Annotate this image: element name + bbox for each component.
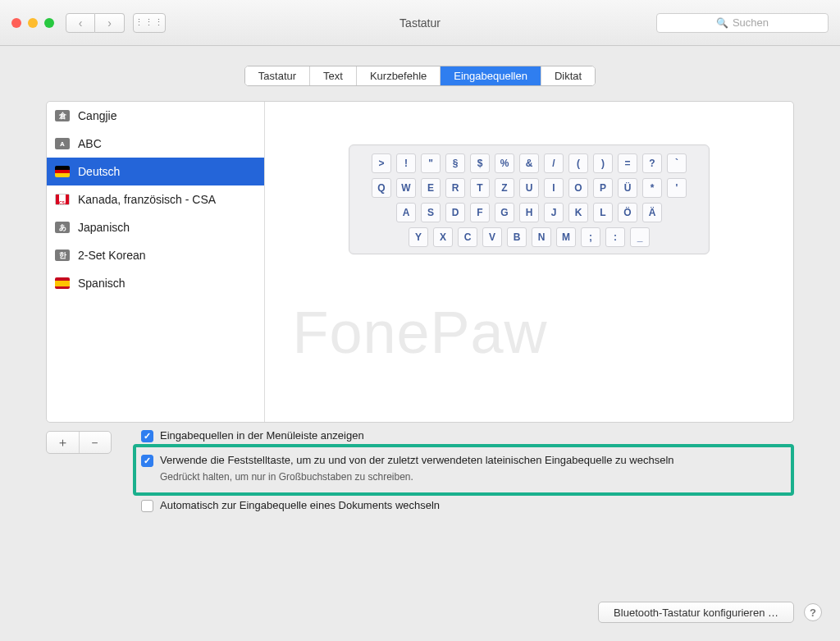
keyboard-key: R <box>445 178 465 198</box>
show-all-button[interactable]: ⋮⋮⋮ <box>133 13 166 33</box>
keyboard-key: I <box>544 178 564 198</box>
checkbox-menubar[interactable]: ✓ <box>141 430 153 442</box>
add-source-button[interactable]: ＋ <box>47 432 80 453</box>
keyboard-key: K <box>568 203 588 222</box>
source-label: Japanisch <box>78 221 130 234</box>
input-source-item[interactable]: Deutsch <box>47 158 264 185</box>
search-placeholder: Suchen <box>733 16 769 29</box>
add-remove-segment: ＋ － <box>46 431 112 454</box>
option-capslock[interactable]: ✓ Verwende die Feststelltaste, um zu und… <box>141 451 783 486</box>
help-icon: ? <box>810 607 816 619</box>
input-source-item[interactable]: CSAKanada, französisch - CSA <box>47 185 264 213</box>
input-source-item[interactable]: AABC <box>47 130 264 158</box>
input-source-item[interactable]: 倉Cangjie <box>47 102 264 130</box>
tab-tastatur[interactable]: Tastatur <box>245 66 310 85</box>
close-window-button[interactable] <box>11 18 21 28</box>
keyboard-key: : <box>605 227 625 247</box>
checkbox-autoswitch[interactable] <box>141 500 153 512</box>
zoom-window-button[interactable] <box>44 18 54 28</box>
keyboard-key: Q <box>372 178 391 198</box>
source-flag-icon <box>55 166 70 177</box>
input-source-item[interactable]: あJapanisch <box>47 213 264 241</box>
keyboard-key: D <box>445 203 465 222</box>
keyboard-key: Ö <box>618 203 637 222</box>
keyboard-key: Y <box>409 227 428 247</box>
forward-button[interactable]: › <box>95 13 125 33</box>
keyboard-key: M <box>556 227 576 247</box>
source-label: Cangjie <box>78 109 116 122</box>
toolbar: ‹ › ⋮⋮⋮ Tastatur 🔍 Suchen <box>0 0 840 46</box>
keyboard-key: ) <box>593 153 613 173</box>
keyboard-key: L <box>593 203 613 222</box>
keyboard-key: ' <box>667 178 687 198</box>
keyboard-key: V <box>482 227 502 247</box>
option-autoswitch-label: Automatisch zur Eingabequelle eines Doku… <box>160 499 440 511</box>
source-label: Spanisch <box>78 277 126 290</box>
tab-text[interactable]: Text <box>310 66 357 85</box>
lower-controls: ＋ － ✓ Eingabequellen in der Menüleiste a… <box>46 426 794 515</box>
keyboard-key: > <box>372 153 391 173</box>
input-source-list[interactable]: 倉CangjieAABCDeutschCSAKanada, französisc… <box>47 102 265 422</box>
bluetooth-config-button[interactable]: Bluetooth-Tastatur konfigurieren … <box>598 602 794 623</box>
keyboard-key: Ä <box>642 203 662 222</box>
option-menubar-label: Eingabequellen in der Menüleiste anzeige… <box>160 429 364 442</box>
plus-icon: ＋ <box>57 435 69 451</box>
keyboard-key: B <box>507 227 527 247</box>
keyboard-key: J <box>544 203 564 222</box>
keyboard-key: ` <box>667 153 687 173</box>
keyboard-key: O <box>568 178 588 198</box>
search-input[interactable]: 🔍 Suchen <box>656 13 829 33</box>
option-capslock-hint: Gedrückt halten, um nur in Großbuchstabe… <box>160 471 674 483</box>
remove-source-button[interactable]: － <box>80 432 112 453</box>
tab-eingabequellen[interactable]: Eingabequellen <box>441 66 541 85</box>
keyboard-key: C <box>458 227 477 247</box>
option-menubar[interactable]: ✓ Eingabequellen in der Menüleiste anzei… <box>141 426 794 446</box>
highlighted-option: ✓ Verwende die Feststelltaste, um zu und… <box>133 444 794 496</box>
grid-icon: ⋮⋮⋮ <box>135 17 164 28</box>
source-flag-icon <box>55 277 70 289</box>
keyboard-key: U <box>519 178 539 198</box>
keyboard-key: G <box>495 203 514 222</box>
keyboard-key: T <box>470 178 490 198</box>
keyboard-key: E <box>421 178 441 198</box>
keyboard-key: " <box>421 153 441 173</box>
keyboard-key: * <box>642 178 662 198</box>
input-source-item[interactable]: 한2-Set Korean <box>47 241 264 269</box>
source-flag-icon: あ <box>55 222 70 233</box>
keyboard-key: / <box>544 153 564 173</box>
help-button[interactable]: ? <box>804 603 822 621</box>
keyboard-key: ! <box>396 153 416 173</box>
tab-kurzbefehle[interactable]: Kurzbefehle <box>357 66 441 85</box>
keyboard-key: X <box>433 227 453 247</box>
source-flag-icon: A <box>55 138 70 149</box>
source-label: Deutsch <box>78 165 120 178</box>
nav-segment: ‹ › <box>66 13 125 33</box>
options-area: ✓ Eingabequellen in der Menüleiste anzei… <box>141 426 794 515</box>
keyboard-key: ? <box>642 153 662 173</box>
tab-row: TastaturTextKurzbefehleEingabequellenDik… <box>0 66 840 86</box>
source-flag-icon: CSA <box>55 194 70 205</box>
option-capslock-text: Verwende die Feststelltaste, um zu und v… <box>160 454 674 483</box>
source-flag-icon: 倉 <box>55 110 70 121</box>
source-label: ABC <box>78 137 102 150</box>
bottom-bar: Bluetooth-Tastatur konfigurieren … ? <box>0 602 840 623</box>
keyboard-key: W <box>396 178 416 198</box>
option-autoswitch[interactable]: Automatisch zur Eingabequelle eines Doku… <box>141 496 794 515</box>
keyboard-key: H <box>519 203 539 222</box>
tab-diktat[interactable]: Diktat <box>541 66 595 85</box>
search-icon: 🔍 <box>716 17 728 29</box>
keyboard-key: & <box>519 153 539 173</box>
chevron-left-icon: ‹ <box>79 16 83 30</box>
back-button[interactable]: ‹ <box>66 13 95 33</box>
keyboard-key: % <box>495 153 514 173</box>
keyboard-key: ( <box>568 153 588 173</box>
keyboard-key: _ <box>630 227 650 247</box>
keyboard-key: Ü <box>618 178 637 198</box>
checkbox-capslock[interactable]: ✓ <box>141 455 153 467</box>
input-source-item[interactable]: Spanisch <box>47 269 264 297</box>
keyboard-key: A <box>396 203 416 222</box>
source-flag-icon: 한 <box>55 250 70 261</box>
minimize-window-button[interactable] <box>28 18 38 28</box>
keyboard-preview: >!"§$%&/()=?`QWERTZUIOPÜ*'ASDFGHJKLÖÄYXC… <box>265 102 793 422</box>
source-label: Kanada, französisch - CSA <box>78 193 216 206</box>
